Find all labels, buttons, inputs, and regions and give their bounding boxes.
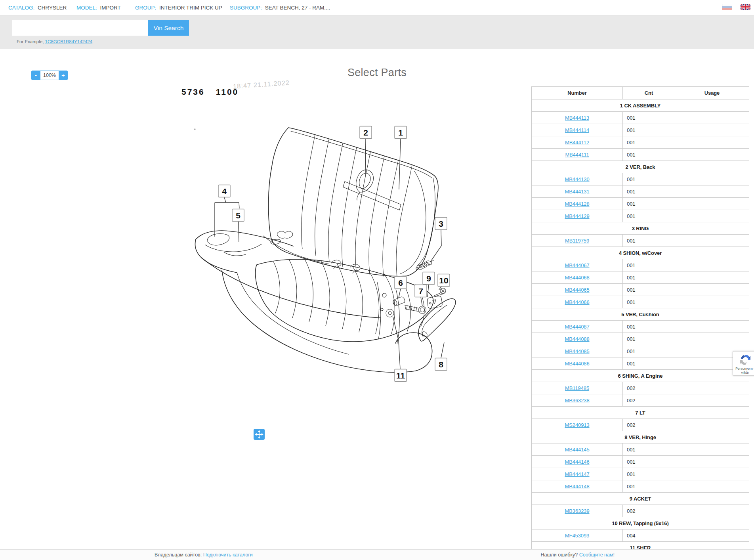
- pan-move-icon[interactable]: [254, 429, 265, 440]
- callout-2[interactable]: 2: [360, 126, 372, 176]
- callout-number: 1: [398, 128, 403, 137]
- uk-flag-icon[interactable]: [741, 4, 750, 10]
- section-title: 5 VER, Cushion: [532, 308, 749, 321]
- vin-example: For Example, 1C8GCB1R84Y142424: [17, 39, 92, 44]
- part-number-link[interactable]: MB119485: [565, 385, 589, 391]
- part-number-link[interactable]: MB444088: [565, 336, 589, 342]
- callout-7[interactable]: 7: [415, 285, 427, 306]
- part-count: 001: [623, 173, 675, 185]
- table-row: MB444146001: [532, 456, 749, 468]
- part-number-link[interactable]: MB444128: [565, 201, 589, 207]
- zoom-out-button[interactable]: -: [31, 71, 40, 80]
- vin-search-button[interactable]: Vin Search: [148, 20, 189, 36]
- recaptcha-badge[interactable]: Personvern - vilkår: [733, 351, 754, 376]
- part-number-link[interactable]: MB444087: [565, 324, 589, 330]
- part-number-link[interactable]: MB444068: [565, 275, 589, 281]
- callout-8[interactable]: 8: [435, 342, 447, 371]
- russian-flag-icon[interactable]: [722, 4, 732, 10]
- footer-error-label: Нашли ошибку?: [541, 552, 578, 558]
- part-number-link[interactable]: MB444066: [565, 299, 589, 305]
- part-number-link[interactable]: MB444086: [565, 361, 589, 367]
- part-number-link[interactable]: MB444146: [565, 459, 589, 465]
- part-usage: [675, 271, 749, 284]
- callout-5[interactable]: 5: [232, 209, 244, 243]
- part-number-link[interactable]: MB444130: [565, 176, 589, 182]
- footer-report-link[interactable]: Сообщите нам!: [579, 552, 615, 558]
- part-number-link[interactable]: MB444148: [565, 484, 589, 489]
- part-number-cell: MB444147: [532, 468, 623, 480]
- part-usage: [675, 296, 749, 308]
- col-header-number: Number: [532, 87, 623, 99]
- part-number-link[interactable]: MB363239: [565, 508, 589, 514]
- part-number-link[interactable]: MB444067: [565, 262, 589, 268]
- callout-leader-line: [239, 203, 239, 208]
- callout-leader-line: [239, 222, 239, 242]
- section-title: 2 VER, Back: [532, 161, 749, 173]
- part-count: 001: [623, 210, 675, 222]
- part-number-link[interactable]: MB444131: [565, 189, 589, 195]
- part-number-link[interactable]: MB444147: [565, 471, 589, 477]
- callout-leader-line: [421, 297, 422, 306]
- part-number-link[interactable]: MB444085: [565, 348, 589, 354]
- footer-owners-label: Владельцам сайтов:: [155, 552, 202, 558]
- table-row: MB119759001: [532, 235, 749, 247]
- part-number-cell: MB119759: [532, 235, 623, 247]
- callout-6[interactable]: 6: [395, 277, 407, 298]
- table-row: MB444131001: [532, 185, 749, 198]
- zoom-control: - 100% +: [31, 71, 68, 80]
- parts-table: Number Cnt Usage 1 CK ASSEMBLYMB44411300…: [531, 86, 749, 560]
- part-number-link[interactable]: MS240913: [565, 422, 589, 428]
- section-title: 10 REW, Tapping (5x16): [532, 517, 749, 529]
- part-usage: [675, 124, 749, 136]
- top-navigation: CATALOG: CHRYSLER MODEL: IMPORT GROUP: I…: [0, 0, 754, 15]
- part-count: 001: [623, 357, 675, 370]
- nav-catalog[interactable]: CATALOG: CHRYSLER: [8, 0, 67, 15]
- callout-leader-line: [428, 285, 429, 297]
- part-number-link[interactable]: MF453093: [565, 533, 589, 539]
- callout-1[interactable]: 1: [395, 126, 407, 190]
- table-row: MB444068001: [532, 271, 749, 284]
- vin-search-input[interactable]: [12, 20, 148, 36]
- part-number-cell: MB444088: [532, 333, 623, 345]
- vin-example-link[interactable]: 1C8GCB1R84Y142424: [45, 39, 93, 44]
- callout-leader-line: [399, 289, 401, 298]
- callout-10[interactable]: 10: [438, 274, 450, 290]
- part-number-link[interactable]: MB444065: [565, 287, 589, 293]
- part-number-cell: MB444145: [532, 443, 623, 456]
- nav-group[interactable]: GROUP: INTERIOR TRIM PICK UP: [135, 0, 222, 15]
- nav-catalog-label: CATALOG:: [8, 5, 34, 11]
- part-number-link[interactable]: MB444129: [565, 213, 589, 219]
- part-number-link[interactable]: MB363238: [565, 398, 589, 403]
- nav-subgroup[interactable]: SUBGROUP: SEAT BENCH, 27 - RAM,...: [230, 0, 330, 15]
- footer: Владельцам сайтов: Подключить каталоги Н…: [0, 549, 754, 560]
- callout-layer: 1234567891011: [215, 126, 450, 382]
- part-number-link[interactable]: MB444113: [565, 115, 589, 121]
- nav-model-value: IMPORT: [100, 5, 121, 11]
- table-row: MB444130001: [532, 173, 749, 185]
- part-number-link[interactable]: MB119759: [565, 238, 589, 244]
- part-count: 001: [623, 259, 675, 271]
- part-number-link[interactable]: MB444112: [565, 140, 589, 145]
- callout-3[interactable]: 3: [430, 218, 447, 262]
- footer-connect-catalogs-link[interactable]: Подключить каталоги: [203, 552, 253, 558]
- part-count: 001: [623, 480, 675, 493]
- callout-leader-line: [441, 342, 444, 358]
- callout-leader-line: [365, 139, 366, 175]
- zoom-in-button[interactable]: +: [59, 71, 68, 80]
- part-number-cell: MB444146: [532, 456, 623, 468]
- zoom-level-value[interactable]: 100%: [40, 71, 59, 80]
- hardware-screw-art: [434, 288, 446, 296]
- part-number-cell: MB444148: [532, 480, 623, 493]
- callout-number: 6: [398, 278, 403, 287]
- nav-model[interactable]: MODEL: IMPORT: [76, 0, 121, 15]
- callout-number: 11: [396, 371, 405, 380]
- part-usage: [675, 443, 749, 456]
- nav-model-label: MODEL:: [76, 5, 97, 11]
- callout-11[interactable]: 11: [393, 317, 407, 382]
- part-number-link[interactable]: MB444114: [565, 127, 589, 133]
- part-number-link[interactable]: MB444111: [565, 152, 589, 158]
- footer-owners: Владельцам сайтов: Подключить каталоги: [155, 550, 253, 560]
- part-count: 001: [623, 284, 675, 296]
- part-number-cell: MB444114: [532, 124, 623, 136]
- part-number-link[interactable]: MB444145: [565, 447, 589, 453]
